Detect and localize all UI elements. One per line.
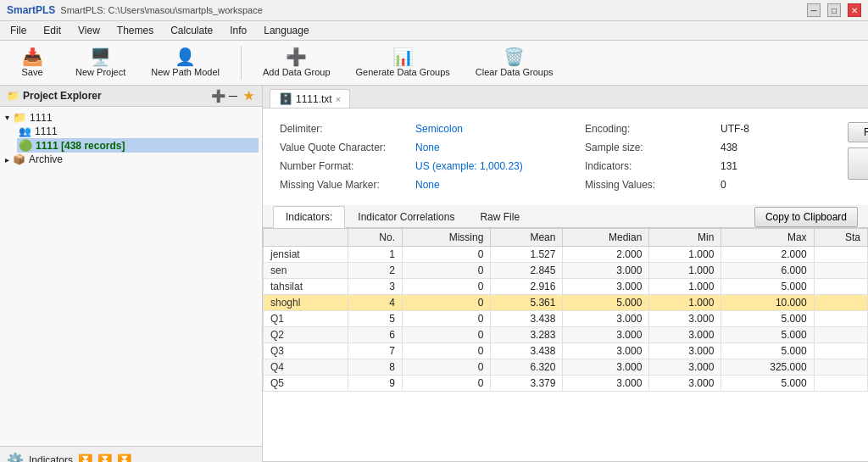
panel-star-button[interactable]: ★	[242, 89, 255, 103]
cell-max: 5.000	[721, 343, 814, 359]
left-panel: 📁 Project Explorer ➕ ─ ★ ▾ 📁 1111 👥 1111	[0, 86, 263, 462]
data-table-area[interactable]: No. Missing Mean Median Min Max Sta jens…	[263, 228, 868, 461]
tab-indicator-correlations[interactable]: Indicator Correlations	[345, 206, 467, 228]
db-icon: 🟢	[19, 139, 32, 152]
cell-min: 3.000	[649, 343, 721, 359]
table-row: Q3 7 0 3.438 3.000 3.000 5.000	[264, 343, 868, 359]
cell-median: 3.000	[563, 279, 649, 295]
number-format-value: US (example: 1,000.23)	[415, 159, 585, 173]
minimize-button[interactable]: ─	[807, 3, 821, 17]
clear-data-groups-button[interactable]: 🗑️ Clear Data Groups	[468, 44, 561, 81]
value-quote-link[interactable]: None	[415, 142, 440, 153]
tree-item-1111-records[interactable]: 🟢 1111 [438 records]	[17, 138, 259, 153]
cell-min: 3.000	[649, 359, 721, 376]
cell-missing: 0	[403, 263, 491, 279]
project-tree: ▾ 📁 1111 👥 1111 🟢 1111 [438 records] ▸ 📦…	[0, 107, 262, 446]
menu-themes[interactable]: Themes	[110, 23, 160, 38]
titlebar-text: SmartPLS SmartPLS: C:\Users\masou\smartp…	[7, 4, 263, 16]
cell-missing: 0	[403, 327, 491, 343]
cell-label: Q5	[264, 376, 348, 392]
tab-raw-file[interactable]: Raw File	[467, 206, 532, 228]
encoding-label: Encoding:	[585, 122, 721, 136]
persons-icon: 👥	[19, 125, 31, 137]
panel-header-icons: ➕ ─ ★	[211, 89, 255, 103]
tree-item-archive[interactable]: ▸ 📦 Archive	[3, 153, 259, 166]
cell-sta	[814, 343, 867, 359]
window-controls: ─ □ ✕	[807, 3, 861, 17]
missing-values-label: Missing Values:	[585, 178, 721, 192]
info-grid: Delimiter: Semicolon Encoding: UTF-8 Val…	[280, 122, 848, 192]
delimiter-link[interactable]: Semicolon	[415, 123, 463, 135]
reanalyze-button[interactable]: Re-Analyze	[848, 122, 868, 142]
add-data-group-label: Add Data Group	[263, 67, 331, 77]
save-label: Save	[21, 67, 42, 77]
tab-1111[interactable]: 🗄️ 1111.txt ×	[270, 89, 350, 108]
cell-mean: 3.438	[491, 311, 563, 327]
missing-value-label: Missing Value Marker:	[280, 178, 415, 192]
folder-icon-tree: 📁	[13, 111, 26, 124]
close-button[interactable]: ✕	[848, 3, 861, 17]
table-row: Q1 5 0 3.438 3.000 3.000 5.000	[264, 311, 868, 327]
panel-add-button[interactable]: ➕	[211, 89, 225, 103]
generate-data-groups-button[interactable]: 📊 Generate Data Groups	[348, 44, 458, 81]
cell-sta	[814, 376, 867, 392]
cell-max: 325.000	[721, 359, 814, 376]
cell-mean: 3.379	[491, 376, 563, 392]
cell-min: 3.000	[649, 311, 721, 327]
menu-file[interactable]: File	[3, 23, 33, 38]
menu-info[interactable]: Info	[223, 23, 253, 38]
generate-data-groups-label: Generate Data Groups	[356, 67, 450, 77]
funnel-icon-2[interactable]: ⏬	[97, 454, 112, 463]
menu-calculate[interactable]: Calculate	[164, 23, 220, 38]
indicators-info-label: Indicators:	[585, 159, 721, 173]
cell-median: 3.000	[563, 311, 649, 327]
table-row: shoghl 4 0 5.361 5.000 1.000 10.000	[264, 295, 868, 311]
new-project-button[interactable]: 🖥️ New Project	[68, 44, 133, 81]
tree-item-1111-persons[interactable]: 👥 1111	[17, 125, 259, 138]
cell-median: 3.000	[563, 343, 649, 359]
open-external-button[interactable]: Open External	[848, 148, 868, 180]
cell-label: jensiat	[264, 247, 348, 263]
cell-min: 3.000	[649, 327, 721, 343]
missing-values-value: 0	[721, 178, 848, 192]
tab-indicators[interactable]: Indicators:	[273, 206, 345, 228]
cell-sta	[814, 311, 867, 327]
new-path-model-icon: 👤	[175, 48, 196, 65]
cell-sta	[814, 263, 867, 279]
save-button[interactable]: 📥 Save	[7, 44, 58, 81]
panel-minimize-button[interactable]: ─	[226, 89, 240, 103]
menu-language[interactable]: Language	[257, 23, 315, 38]
cell-no: 7	[348, 343, 403, 359]
maximize-button[interactable]: □	[827, 3, 841, 17]
missing-value-link[interactable]: None	[415, 179, 440, 191]
new-path-model-button[interactable]: 👤 New Path Model	[143, 44, 227, 81]
cell-min: 1.000	[649, 247, 721, 263]
funnel-icon-3[interactable]: ⏬	[117, 454, 131, 463]
cell-min: 1.000	[649, 295, 721, 311]
sample-size-label: Sample size:	[585, 141, 721, 154]
copy-to-clipboard-button[interactable]: Copy to Clipboard	[754, 207, 858, 227]
number-format-link[interactable]: US (example: 1,000.23)	[415, 160, 523, 172]
cell-missing: 0	[403, 343, 491, 359]
add-data-group-button[interactable]: ➕ Add Data Group	[255, 44, 338, 81]
cell-no: 1	[348, 247, 403, 263]
tree-label-archive: Archive	[29, 153, 63, 165]
cell-min: 1.000	[649, 279, 721, 295]
cell-median: 5.000	[563, 295, 649, 311]
project-explorer-header: 📁 Project Explorer ➕ ─ ★	[0, 86, 262, 107]
cell-max: 5.000	[721, 279, 814, 295]
menu-view[interactable]: View	[71, 23, 107, 38]
cell-label: shoghl	[264, 295, 348, 311]
cell-mean: 5.361	[491, 295, 563, 311]
cell-sta	[814, 279, 867, 295]
funnel-icon-1[interactable]: ⏬	[78, 454, 92, 463]
action-buttons: Re-Analyze Open External	[848, 122, 868, 180]
cell-min: 1.000	[649, 263, 721, 279]
tree-item-1111-folder[interactable]: ▾ 📁 1111	[3, 110, 259, 125]
missing-value-value: None	[415, 178, 585, 192]
menu-edit[interactable]: Edit	[36, 23, 68, 38]
tab-close-button[interactable]: ×	[336, 94, 341, 104]
sample-size-value: 438	[721, 141, 848, 154]
indicators-label: Indicators	[29, 454, 73, 463]
table-row: tahsilat 3 0 2.916 3.000 1.000 5.000	[264, 279, 868, 295]
